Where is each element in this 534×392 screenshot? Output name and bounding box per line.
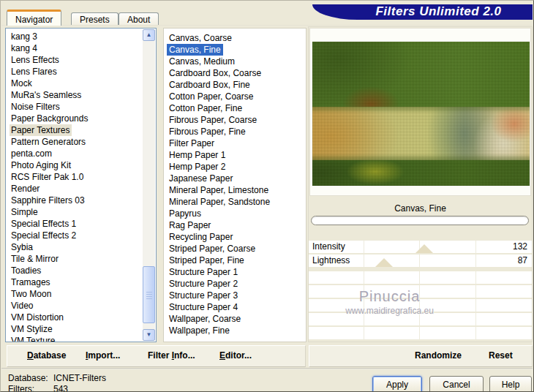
database-button[interactable]: Database: [27, 350, 66, 361]
list-item[interactable]: Cardboard Box, Coarse: [169, 67, 303, 79]
list-item[interactable]: Pattern Generators: [11, 136, 141, 148]
list-item[interactable]: Sapphire Filters 03: [11, 195, 141, 206]
list-item[interactable]: Mineral Paper, Sandstone: [169, 196, 303, 208]
list-item[interactable]: Japanese Paper: [169, 173, 303, 184]
list-item[interactable]: Recycling Paper: [169, 231, 303, 243]
list-item[interactable]: Lens Effects: [11, 54, 141, 66]
list-item[interactable]: Filter Paper: [169, 137, 303, 149]
list-item[interactable]: Striped Paper, Fine: [169, 255, 303, 266]
filters-unlimited-dialog: Filters Unlimited 2.0 Navigator Presets …: [0, 0, 534, 392]
watermark-name: Pinuccia: [315, 288, 465, 305]
scrollbar-grip: [146, 292, 152, 299]
parameter-row-empty: [309, 327, 532, 339]
filters-count-value: 543: [53, 384, 68, 392]
list-item[interactable]: VM Texture: [11, 335, 141, 342]
list-item[interactable]: Tramages: [11, 276, 141, 288]
preview-frame: [309, 28, 531, 196]
list-item[interactable]: Structure Paper 4: [169, 301, 303, 313]
slider-value: 87: [518, 255, 527, 267]
list-item[interactable]: Sybia: [11, 241, 141, 253]
slider-row-intensity[interactable]: Intensity 132: [309, 241, 532, 253]
tab-navigator[interactable]: Navigator: [7, 10, 61, 26]
list-item[interactable]: VM Stylize: [11, 323, 141, 335]
tab-about[interactable]: About: [119, 12, 159, 26]
list-item[interactable]: Cotton Paper, Fine: [169, 102, 303, 114]
list-item[interactable]: Structure Paper 2: [169, 278, 303, 290]
list-item[interactable]: Canvas, Fine: [167, 44, 223, 56]
slider-row-lightness[interactable]: Lightness 87: [309, 255, 532, 267]
list-item[interactable]: Mock: [11, 78, 141, 89]
canvas-texture-overlay: [312, 42, 530, 186]
category-scrollbar[interactable]: ▲ ▼: [143, 29, 155, 341]
window-title: Filters Unlimited 2.0: [350, 4, 527, 20]
list-item[interactable]: Papyrus: [169, 208, 303, 219]
list-item[interactable]: Paper Backgrounds: [11, 113, 141, 124]
list-item[interactable]: Mineral Paper, Limestone: [169, 184, 303, 196]
category-list: kang 3kang 4Lens EffectsLens FlaresMockM…: [5, 28, 157, 342]
slider-label: Lightness: [312, 255, 350, 267]
parameter-row-empty: [309, 271, 532, 284]
slider-thumb[interactable]: [375, 258, 393, 267]
list-item[interactable]: Simple: [11, 206, 141, 218]
list-item[interactable]: Cotton Paper, Coarse: [169, 91, 303, 102]
list-item[interactable]: Wallpaper, Fine: [169, 325, 303, 336]
list-item[interactable]: Structure Paper 3: [169, 290, 303, 301]
randomize-button[interactable]: Randomize: [415, 350, 462, 361]
tab-baseline: [1, 25, 533, 26]
list-item[interactable]: Hemp Paper 2: [169, 161, 303, 173]
list-item[interactable]: Striped Paper, Coarse: [169, 243, 303, 255]
slider-label: Intensity: [312, 241, 345, 253]
chevron-down-icon[interactable]: ▼: [143, 329, 155, 341]
preview-image: [312, 42, 530, 186]
scrollbar-thumb[interactable]: [143, 266, 155, 323]
list-item[interactable]: Canvas, Medium: [169, 56, 303, 67]
list-item[interactable]: penta.com: [11, 148, 141, 159]
chevron-up-icon[interactable]: ▲: [143, 29, 155, 41]
list-item[interactable]: Toadies: [11, 265, 141, 276]
list-item[interactable]: Canvas, Coarse: [169, 32, 303, 44]
filters-count-label: Filters:: [8, 384, 34, 392]
list-item[interactable]: Fibrous Paper, Coarse: [169, 114, 303, 126]
slider-thumb[interactable]: [415, 244, 433, 253]
list-item[interactable]: MuRa's Seamless: [11, 89, 141, 101]
progress-bar: [311, 216, 529, 225]
list-item[interactable]: Tile & Mirror: [11, 253, 141, 265]
list-item[interactable]: Special Effects 2: [11, 230, 141, 241]
help-button[interactable]: Help: [489, 376, 532, 392]
list-item[interactable]: Hemp Paper 1: [169, 149, 303, 161]
list-item[interactable]: Structure Paper 1: [169, 266, 303, 278]
editor-button[interactable]: Editor...: [219, 350, 252, 361]
list-item[interactable]: Lens Flares: [11, 66, 141, 78]
slider-value: 132: [513, 241, 527, 253]
list-item[interactable]: Two Moon: [11, 288, 141, 300]
reset-button[interactable]: Reset: [489, 350, 513, 361]
apply-button[interactable]: Apply: [372, 376, 422, 392]
cancel-button[interactable]: Cancel: [429, 376, 484, 392]
watermark-url: www.maidiregrafica.eu: [315, 306, 465, 316]
selected-filter-name: Canvas, Fine: [309, 203, 532, 214]
list-item[interactable]: Cardboard Box, Fine: [169, 79, 303, 91]
list-item[interactable]: kang 3: [11, 31, 141, 42]
database-status-value: ICNET-Filters: [53, 373, 106, 383]
database-status-label: Database:: [8, 373, 48, 383]
filter-list: Canvas, CoarseCanvas, FineCanvas, Medium…: [163, 28, 307, 342]
list-item[interactable]: Rag Paper: [169, 219, 303, 231]
preview-panel: Canvas, Fine Intensity 132 Lightness 87: [308, 26, 533, 342]
list-item[interactable]: Render: [11, 183, 141, 195]
list-item[interactable]: Wallpaper, Coarse: [169, 313, 303, 325]
import-button[interactable]: Import...: [86, 350, 120, 361]
toolbar-left: Database Import... Filter Info... Editor…: [7, 345, 306, 367]
filter-info-button[interactable]: Filter Info...: [148, 350, 195, 361]
list-item[interactable]: Special Effects 1: [11, 218, 141, 230]
page-edge-divider: [1, 368, 533, 369]
list-item[interactable]: Paper Textures: [10, 124, 72, 136]
list-item[interactable]: Fibrous Paper, Fine: [169, 126, 303, 137]
list-item[interactable]: Video: [11, 300, 141, 312]
list-item[interactable]: VM Distortion: [11, 312, 141, 323]
toolbar-right: Randomize Reset: [309, 345, 533, 367]
tab-presets[interactable]: Presets: [71, 12, 119, 26]
list-item[interactable]: RCS Filter Pak 1.0: [11, 171, 141, 183]
list-item[interactable]: kang 4: [11, 42, 141, 54]
list-item[interactable]: Photo Aging Kit: [11, 159, 141, 171]
list-item[interactable]: Noise Filters: [11, 101, 141, 113]
